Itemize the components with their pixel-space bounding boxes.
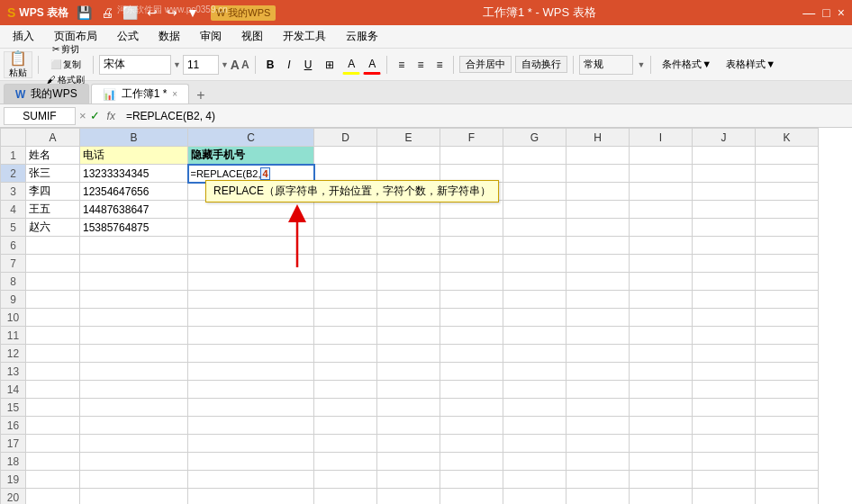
font-size-dropdown[interactable]: ▼ [221, 60, 229, 69]
cell-a2[interactable]: 张三 [26, 165, 80, 183]
cell-g5[interactable] [503, 219, 566, 237]
italic-btn[interactable]: I [282, 56, 295, 74]
align-left-btn[interactable]: ≡ [393, 56, 410, 74]
formula-check-btn[interactable]: ✓ [90, 109, 100, 122]
col-header-e[interactable]: E [377, 129, 440, 147]
cell-j1[interactable] [693, 147, 756, 165]
cell-f1[interactable] [440, 147, 503, 165]
save-qa-btn[interactable]: 💾 [74, 4, 95, 21]
tab-workbook1[interactable]: 📊 工作簿1 * × [91, 84, 190, 104]
col-header-j[interactable]: J [693, 129, 756, 147]
cell-f5[interactable] [440, 219, 503, 237]
cell-i1[interactable] [630, 147, 693, 165]
name-box-input[interactable] [4, 107, 76, 125]
cell-k1[interactable] [756, 147, 819, 165]
col-header-h[interactable]: H [566, 129, 630, 147]
col-header-d[interactable]: D [314, 129, 377, 147]
menu-insert[interactable]: 插入 [4, 27, 43, 46]
cell-i5[interactable] [630, 219, 693, 237]
cell-b3[interactable]: 12354647656 [80, 183, 188, 201]
cut-btn[interactable]: ✂ 剪切 [50, 42, 82, 57]
tab-my-wps[interactable]: W 我的WPS [4, 84, 89, 104]
table-style-btn[interactable]: 表格样式▼ [721, 55, 781, 74]
border-btn[interactable]: ⊞ [320, 56, 340, 74]
tab-close-btn[interactable]: × [172, 89, 177, 99]
cell-j5[interactable] [693, 219, 756, 237]
col-header-b[interactable]: B [80, 129, 188, 147]
menu-view[interactable]: 视图 [232, 27, 272, 46]
fill-color-btn[interactable]: A [342, 55, 360, 75]
cell-d4[interactable] [314, 201, 377, 219]
cell-c4[interactable] [188, 201, 314, 219]
col-header-i[interactable]: I [630, 129, 693, 147]
bold-btn[interactable]: B [261, 56, 280, 74]
cell-e5[interactable] [377, 219, 440, 237]
font-shrink-btn[interactable]: A [241, 58, 249, 71]
cell-k5[interactable] [756, 219, 819, 237]
layout-qa-btn[interactable]: ⬜ [120, 4, 140, 21]
cell-c1[interactable]: 隐藏手机号 [188, 147, 314, 165]
cell-g4[interactable] [503, 201, 566, 219]
menu-formula[interactable]: 公式 [108, 27, 148, 46]
print-qa-btn[interactable]: 🖨 [98, 4, 116, 21]
cell-a3[interactable]: 李四 [26, 183, 80, 201]
cell-a1[interactable]: 姓名 [26, 147, 80, 165]
font-color-btn[interactable]: A [363, 55, 381, 75]
conditional-format-btn[interactable]: 条件格式▼ [657, 55, 717, 74]
maximize-btn[interactable]: □ [822, 5, 829, 20]
cell-h4[interactable] [566, 201, 630, 219]
cell-j4[interactable] [693, 201, 756, 219]
col-header-k[interactable]: K [756, 129, 819, 147]
cell-b4[interactable]: 14487638647 [80, 201, 188, 219]
menu-data[interactable]: 数据 [150, 27, 189, 46]
cell-b2[interactable]: 13233334345 [80, 165, 188, 183]
cell-f4[interactable] [440, 201, 503, 219]
align-right-btn[interactable]: ≡ [431, 56, 448, 74]
redo-qa-btn[interactable]: ↪ [164, 4, 180, 21]
num-format-dropdown[interactable]: ▼ [637, 60, 645, 69]
copy-btn[interactable]: ⬜ 复制 [48, 58, 84, 72]
cell-i2[interactable] [630, 165, 693, 183]
auto-wrap-btn[interactable]: 自动换行 [515, 56, 567, 73]
cell-k2[interactable] [756, 165, 819, 183]
menu-cloud[interactable]: 云服务 [337, 27, 387, 46]
cell-h1[interactable] [566, 147, 630, 165]
close-btn[interactable]: × [838, 5, 845, 20]
cell-k3[interactable] [756, 183, 819, 201]
wps-cloud-btn[interactable]: W 我的WPS [211, 5, 276, 21]
cell-a4[interactable]: 王五 [26, 201, 80, 219]
col-header-a[interactable]: A [26, 129, 80, 147]
merge-center-btn[interactable]: 合并居中 [459, 56, 512, 73]
cell-c5[interactable] [188, 219, 314, 237]
dropdown-qa-btn[interactable]: ▼ [184, 4, 202, 21]
font-name-input[interactable] [99, 55, 171, 75]
cell-h5[interactable] [566, 219, 630, 237]
cell-k4[interactable] [756, 201, 819, 219]
number-format-box[interactable]: 常规 [579, 55, 633, 75]
cell-j3[interactable] [693, 183, 756, 201]
cell-e1[interactable] [377, 147, 440, 165]
minimize-btn[interactable]: — [802, 5, 815, 20]
cell-a5[interactable]: 赵六 [26, 219, 80, 237]
cell-e4[interactable] [377, 201, 440, 219]
cell-i4[interactable] [630, 201, 693, 219]
cell-i3[interactable] [630, 183, 693, 201]
font-size-input[interactable] [183, 55, 219, 75]
formula-input[interactable] [122, 107, 848, 125]
cell-h2[interactable] [566, 165, 630, 183]
cell-g1[interactable] [503, 147, 566, 165]
cell-d1[interactable] [314, 147, 377, 165]
cell-g3[interactable] [503, 183, 566, 201]
cell-g2[interactable] [503, 165, 566, 183]
cell-d5[interactable] [314, 219, 377, 237]
underline-btn[interactable]: U [299, 56, 318, 74]
cell-h3[interactable] [566, 183, 630, 201]
font-grow-btn[interactable]: A [231, 58, 240, 72]
col-header-g[interactable]: G [503, 129, 566, 147]
paste-btn[interactable]: 📋 粘贴 [4, 51, 32, 78]
col-header-f[interactable]: F [440, 129, 503, 147]
menu-review[interactable]: 审阅 [191, 27, 231, 46]
tab-add-btn[interactable]: + [191, 87, 210, 104]
cell-j2[interactable] [693, 165, 756, 183]
cell-b5[interactable]: 15385764875 [80, 219, 188, 237]
